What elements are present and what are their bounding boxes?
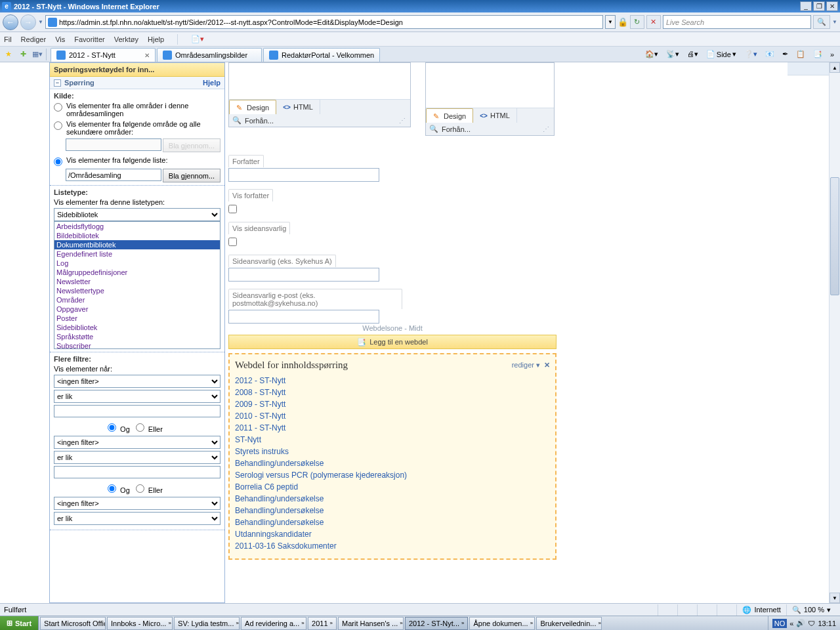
listtype-option[interactable]: Arbeidsflytlogg: [54, 222, 220, 231]
filter1-op[interactable]: er lik: [54, 390, 220, 403]
listtype-option[interactable]: Områder: [54, 295, 220, 304]
menu-view[interactable]: Vis: [55, 35, 65, 43]
tab-current[interactable]: 2012 - ST-Nytt ✕: [51, 48, 156, 62]
webdel-edit-link[interactable]: rediger ▾: [512, 361, 540, 369]
filter2-op[interactable]: er lik: [54, 451, 220, 464]
listtype-option[interactable]: Oppgaver: [54, 304, 220, 314]
listtype-option[interactable]: Log: [54, 259, 220, 268]
webdel-close-icon[interactable]: ✕: [544, 361, 550, 369]
scroll-thumb[interactable]: [830, 177, 839, 295]
menu-favorites[interactable]: Favoritter: [74, 35, 104, 43]
list-path-input[interactable]: [66, 169, 161, 181]
vis-sideansvarlig-checkbox[interactable]: [228, 238, 237, 246]
html-tab-2[interactable]: <>HTML: [473, 108, 517, 123]
address-bar[interactable]: https://admin.st.fpl.nhn.no/aktuelt/st-n…: [45, 15, 603, 29]
webdel-item-link[interactable]: 2009 - ST-Nytt: [235, 400, 550, 409]
vertical-scrollbar[interactable]: ▲ ▼: [829, 62, 840, 603]
webdel-item-link[interactable]: Utdanningskandidater: [235, 530, 550, 539]
menu-help[interactable]: Hjelp: [148, 35, 164, 43]
resize-handle-icon[interactable]: ⋰: [543, 125, 551, 133]
menu-edit[interactable]: Rediger: [21, 35, 47, 43]
listtype-option[interactable]: Poster: [54, 314, 220, 323]
webdel-item-link[interactable]: Serologi versus PCR (polymerase kjederea…: [235, 471, 550, 480]
listtype-option[interactable]: Språkstøtte: [54, 332, 220, 341]
design-tab[interactable]: Design: [229, 100, 276, 114]
filter1-field[interactable]: <ingen filter>: [54, 375, 220, 388]
listtype-option[interactable]: Egendefinert liste: [54, 249, 220, 259]
help-button[interactable]: ❔▾: [741, 48, 761, 61]
tool-2[interactable]: ✒: [779, 48, 791, 61]
listtype-option[interactable]: Dokumentbibliotek: [54, 240, 220, 249]
filter1-value[interactable]: [54, 405, 220, 417]
taskbar-item[interactable]: Brukerveilednin...»: [536, 617, 602, 630]
feeds-button[interactable]: 📡▾: [663, 48, 682, 61]
scroll-down-arrow[interactable]: ▼: [830, 593, 840, 603]
preview-row-2[interactable]: 🔍 Forhån... ⋰: [426, 123, 554, 135]
filter1-and[interactable]: [108, 423, 116, 432]
forward-button[interactable]: →: [20, 14, 36, 30]
print-button[interactable]: 🖨▾: [684, 48, 702, 61]
design-tab-2[interactable]: Design: [426, 108, 473, 123]
webdel-item-link[interactable]: 2011 - ST-Nytt: [235, 423, 550, 432]
filter3-field[interactable]: <ingen filter>: [54, 497, 220, 510]
tab-3[interactable]: RedaktørPortal - Velkommen: [263, 48, 380, 62]
menu-tools[interactable]: Verktøy: [114, 35, 138, 43]
taskbar-item[interactable]: 2012 - ST-Nyt...»: [405, 617, 468, 630]
taskbar-item[interactable]: 2011»: [308, 617, 337, 630]
listtype-option[interactable]: Sidebibliotek: [54, 323, 220, 332]
back-button[interactable]: ←: [3, 14, 18, 30]
webdel-item-link[interactable]: Behandling/undersøkelse: [235, 459, 550, 468]
stop-button[interactable]: ✕: [646, 15, 661, 29]
tray-expand-icon[interactable]: «: [789, 620, 793, 627]
home-button[interactable]: 🏠▾: [642, 48, 662, 61]
listtype-select[interactable]: Sidebibliotek: [54, 208, 220, 221]
webdel-item-link[interactable]: 2010 - ST-Nytt: [235, 411, 550, 421]
filter2-field[interactable]: <ingen filter>: [54, 436, 220, 449]
webdel-item-link[interactable]: Behandling/undersøkelse: [235, 506, 550, 515]
vis-forfatter-checkbox[interactable]: [228, 205, 237, 213]
webdel-item-link[interactable]: Behandling/undersøkelse: [235, 494, 550, 503]
listtype-option[interactable]: Subscriber: [54, 341, 220, 349]
filter3-op[interactable]: er lik: [54, 512, 220, 525]
tray-icon-2[interactable]: 🛡: [808, 620, 815, 627]
browse-list-button[interactable]: Bla gjennom...: [163, 169, 220, 182]
search-box[interactable]: Live Search: [663, 15, 811, 29]
quick-tabs-icon[interactable]: ▦▾: [32, 49, 43, 60]
close-tab-icon[interactable]: ✕: [144, 52, 150, 59]
lang-indicator[interactable]: NO: [772, 619, 788, 628]
taskbar-item[interactable]: Ad revidering a...»: [241, 617, 306, 630]
more-tools[interactable]: »: [827, 48, 837, 61]
html-tab[interactable]: <>HTML: [276, 100, 320, 114]
webdel-item-link[interactable]: 2008 - ST-Nytt: [235, 388, 550, 397]
add-favorite-icon[interactable]: ✚: [17, 49, 29, 60]
favorites-star-icon[interactable]: ★: [3, 49, 14, 60]
sideansvarlig-input[interactable]: [228, 268, 379, 282]
listtype-option[interactable]: Målgruppedefinisjoner: [54, 268, 220, 277]
add-webdel-button[interactable]: 📑 Legg til en webdel: [228, 335, 556, 349]
filter2-or[interactable]: [136, 484, 144, 493]
refresh-button[interactable]: ↻: [630, 15, 644, 29]
tool-3[interactable]: 📋: [793, 48, 808, 61]
webdel-item-link[interactable]: Behandling/undersøkelse: [235, 518, 550, 527]
taskbar-item[interactable]: Innboks - Micro...»: [107, 617, 173, 630]
listtype-option[interactable]: Newsletter: [54, 277, 220, 286]
listtype-listbox[interactable]: ArbeidsflytloggBildebibliotekDokumentbib…: [54, 221, 220, 349]
menu-file[interactable]: Fil: [4, 35, 12, 43]
clock[interactable]: 13:11: [818, 620, 836, 627]
scroll-up-arrow[interactable]: ▲: [830, 62, 840, 73]
taskbar-item[interactable]: SV: Lydia testm...»: [174, 617, 240, 630]
webdel-item-link[interactable]: Borrelia C6 peptid: [235, 482, 550, 492]
tray-icon-1[interactable]: 🔊: [796, 619, 805, 627]
taskbar-item[interactable]: Åpne dokumen...»: [469, 617, 535, 630]
forfatter-input[interactable]: [228, 168, 379, 182]
url-dropdown[interactable]: ▼: [605, 15, 616, 29]
source-radio-list[interactable]: [54, 158, 62, 166]
webdel-item-link[interactable]: 2011-03-16 Saksdokumenter: [235, 541, 550, 551]
listtype-option[interactable]: Bildebibliotek: [54, 231, 220, 240]
restore-button[interactable]: ❐: [813, 1, 825, 11]
zoom-control[interactable]: 🔍100 % ▾: [786, 604, 836, 616]
listtype-option[interactable]: Newslettertype: [54, 286, 220, 295]
collapse-icon[interactable]: −: [54, 79, 61, 87]
tool-4[interactable]: 📑: [810, 48, 826, 61]
taskbar-item[interactable]: Start Microsoft Office...»: [40, 617, 106, 630]
